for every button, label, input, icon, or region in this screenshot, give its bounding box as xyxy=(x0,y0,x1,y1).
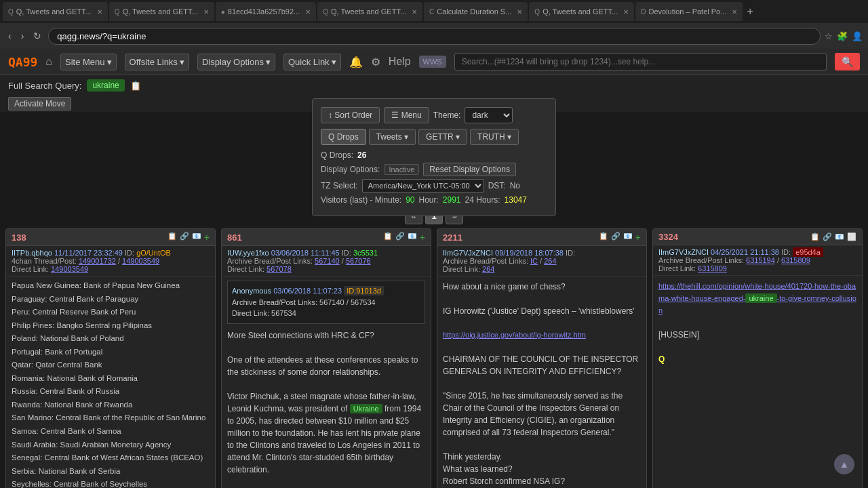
sort-order-button[interactable]: ↕ Sort Order xyxy=(321,107,380,123)
list-item: Paraguay: Central Bank of Paraguay xyxy=(12,293,210,306)
drops-count-value: 26 xyxy=(357,150,366,160)
link-icon-138[interactable]: 🔗 xyxy=(180,232,189,243)
tab-1[interactable]: Q Q, Tweets and GETT... ✕ xyxy=(3,2,108,21)
body-line-861-1: More Steel connections with HRC & CF? xyxy=(227,329,425,342)
tab-close-4[interactable]: ✕ xyxy=(412,8,417,16)
theme-select[interactable]: dark light default xyxy=(465,107,513,123)
anon-direct-val[interactable]: 567534 xyxy=(271,309,296,317)
list-item: Poland: National Bank of Poland xyxy=(12,332,210,346)
tab-6[interactable]: Q Q, Tweets and GETT... ✕ xyxy=(529,2,634,21)
archive-val1-3324[interactable]: 6315194 xyxy=(746,256,775,264)
offsite-links-label: Offsite Links xyxy=(130,57,178,67)
archive-val1-2211[interactable]: IC xyxy=(530,257,538,265)
scroll-up-icon: ▲ xyxy=(840,459,849,470)
reload-button[interactable]: ↻ xyxy=(31,29,44,43)
add-icon-861[interactable]: + xyxy=(420,232,425,243)
archive-val2-3324[interactable]: 6315809 xyxy=(781,256,810,264)
email-icon-3324[interactable]: 📧 xyxy=(835,232,844,241)
link-icon-861[interactable]: 🔗 xyxy=(395,232,405,243)
email-icon-861[interactable]: 📧 xyxy=(408,232,417,243)
tab-3[interactable]: ● 81ecd413a6257b92... ✕ xyxy=(216,2,316,21)
copy-icon-138[interactable]: 📋 xyxy=(167,232,177,243)
tab-close-1[interactable]: ✕ xyxy=(97,8,102,16)
drop-header-138: 138 📋 🔗 📧 + xyxy=(6,229,215,246)
nav-search-input[interactable] xyxy=(454,53,827,70)
truth-tab-button[interactable]: TRUTH ▾ xyxy=(470,129,519,145)
drop-date-2211: 09/19/2018 18:07:38 xyxy=(495,249,564,257)
tz-select[interactable]: America/New_York UTC-05:00 xyxy=(362,179,484,192)
body-learned: What was learned? xyxy=(443,463,641,475)
tab-5[interactable]: C Calculate Duration S... ✕ xyxy=(424,2,528,21)
tab-close-7[interactable]: ✕ xyxy=(732,8,737,16)
gear-icon[interactable]: ⚙ xyxy=(371,56,380,68)
archive-label-861: Archive Bread/Post Links: xyxy=(227,257,313,265)
tab-2[interactable]: Q Q, Tweets and GETT... ✕ xyxy=(109,2,214,21)
tab-4[interactable]: Q Q, Tweets and GETT... ✕ xyxy=(317,2,422,21)
copy-icon-861[interactable]: 📋 xyxy=(383,232,393,243)
copy-icon-2211[interactable]: 📋 xyxy=(599,232,608,243)
anon-archive-val2[interactable]: 567534 xyxy=(351,298,376,306)
anon-archive-val1[interactable]: 567140 xyxy=(319,298,344,306)
menu-button[interactable]: ☰ Menu xyxy=(384,107,429,123)
archive-val2-2211[interactable]: 264 xyxy=(544,257,556,265)
new-tab-button[interactable]: + xyxy=(744,5,755,18)
body-chess: How about a nice game of chess? xyxy=(443,281,641,293)
tab-7[interactable]: D Devolution – Patel Po... ✕ xyxy=(635,2,743,21)
offsite-links-button[interactable]: Offsite Links ▾ xyxy=(125,54,189,70)
link-icon-3324[interactable]: 🔗 xyxy=(823,232,832,241)
profile-icon[interactable]: 👤 xyxy=(852,31,863,41)
list-item: Romania: National Bank of Romania xyxy=(12,372,210,386)
drop-id-val-861: 3c5531 xyxy=(353,249,378,257)
bookmark-icon[interactable]: ☆ xyxy=(825,31,833,41)
copy-icon[interactable]: 📋 xyxy=(130,81,141,91)
direct-val-138[interactable]: 149003549 xyxy=(51,265,88,273)
tab-close-6[interactable]: ✕ xyxy=(623,8,629,16)
drop-id-val-3324: e95d4a xyxy=(793,247,823,257)
link-icon-2211[interactable]: 🔗 xyxy=(611,232,620,243)
copy-icon-3324[interactable]: 📋 xyxy=(810,232,820,241)
add-icon-3324[interactable]: ⬜ xyxy=(847,232,856,241)
anon-name: Anonymous 03/06/2018 11:07:23 ID:91013d xyxy=(232,285,420,297)
reset-display-options-button[interactable]: Reset Display Options xyxy=(423,163,516,176)
activate-move-button[interactable]: Activate Move xyxy=(8,97,71,110)
body-q-3324: Q xyxy=(658,353,856,365)
drops-count-label: Q Drops: xyxy=(321,150,353,160)
display-options-button[interactable]: Display Options ▾ xyxy=(197,54,275,70)
direct-val-861[interactable]: 567078 xyxy=(267,265,292,273)
body-url-1[interactable]: https://oig.justice.gov/about/ig-horowit… xyxy=(443,329,641,341)
site-menu-button[interactable]: Site Menu ▾ xyxy=(60,54,117,70)
visitors-hour: 2991 xyxy=(443,195,461,205)
back-button[interactable]: ‹ xyxy=(5,29,14,43)
direct-val-2211[interactable]: 264 xyxy=(482,265,494,273)
gettr-tab-button[interactable]: GETTR ▾ xyxy=(418,129,467,145)
email-icon-2211[interactable]: 📧 xyxy=(623,232,633,243)
tweets-tab-button[interactable]: Tweets ▾ xyxy=(369,129,416,145)
email-icon-138[interactable]: 📧 xyxy=(192,232,201,243)
help-label[interactable]: Help xyxy=(389,56,411,68)
tab-close-2[interactable]: ✕ xyxy=(203,8,209,16)
extensions-icon[interactable]: 🧩 xyxy=(837,31,848,41)
home-icon[interactable]: ⌂ xyxy=(45,56,52,68)
archive-val2-861[interactable]: 567076 xyxy=(346,257,371,265)
list-item: Peru: Central Reserve Bank of Peru xyxy=(12,306,210,319)
thread-val1-138[interactable]: 149001732 xyxy=(79,257,116,265)
direct-val-3324[interactable]: 6315809 xyxy=(698,264,727,272)
list-item: Portugal: Bank of Portugal xyxy=(12,346,210,359)
drop-body-138: Papua New Guinea: Bank of Papua New Guin… xyxy=(6,277,215,488)
thread-val2-138[interactable]: 149003549 xyxy=(122,257,159,265)
archive-val1-861[interactable]: 567140 xyxy=(315,257,340,265)
add-icon-2211[interactable]: + xyxy=(635,232,641,243)
tab-label-4: Q, Tweets and GETT... xyxy=(331,7,406,16)
quick-link-button[interactable]: Quick Link ▾ xyxy=(283,54,341,70)
forward-button[interactable]: › xyxy=(18,29,27,43)
bell-icon[interactable]: 🔔 xyxy=(349,56,363,68)
tab-close-5[interactable]: ✕ xyxy=(517,8,522,16)
site-menu-arrow: ▾ xyxy=(107,57,112,67)
body-chairman: CHAIRMAN OF THE COUNCIL OF THE INSPECTOR… xyxy=(443,353,641,378)
scroll-to-top-button[interactable]: ▲ xyxy=(834,454,854,474)
nav-search-button[interactable]: 🔍 xyxy=(835,53,860,70)
url-input[interactable] xyxy=(48,28,821,45)
add-icon-138[interactable]: + xyxy=(204,232,210,243)
drops-tab-button[interactable]: Q Drops xyxy=(321,129,366,145)
tab-close-3[interactable]: ✕ xyxy=(305,8,311,16)
